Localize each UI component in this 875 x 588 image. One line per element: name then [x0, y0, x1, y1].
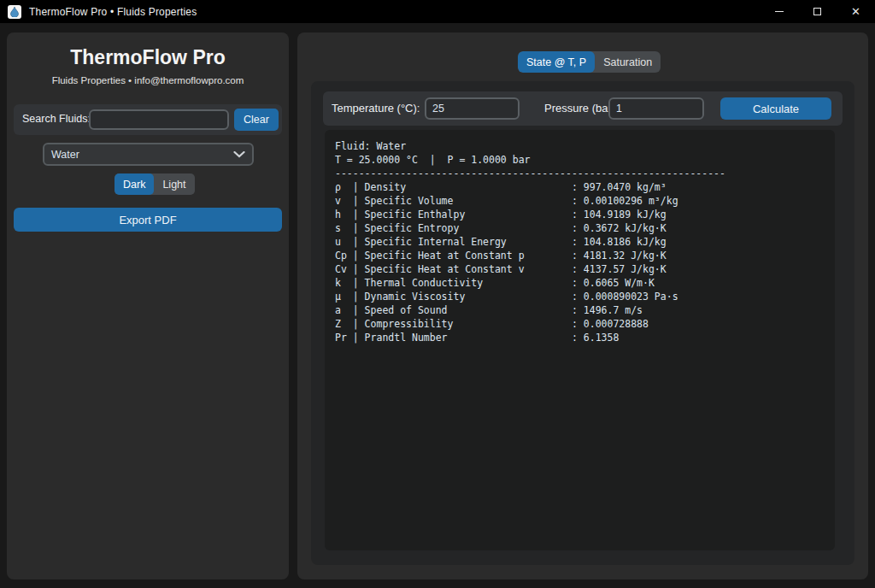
app-droplet-icon	[8, 5, 21, 19]
minimize-button[interactable]	[760, 0, 798, 23]
clear-button[interactable]: Clear	[234, 109, 279, 131]
close-button[interactable]: ✕	[837, 0, 875, 23]
sidebar: ThermoFlow Pro Fluids Properties • info@…	[7, 32, 289, 579]
app-subtitle: Fluids Properties • info@thermoflowpro.c…	[7, 75, 289, 85]
pressure-input[interactable]	[608, 97, 704, 120]
tab-bar: State @ T, P Saturation	[518, 51, 661, 73]
window-controls: ✕	[760, 0, 875, 23]
window-title: ThermoFlow Pro • Fluids Properties	[29, 6, 197, 18]
chevron-down-icon	[233, 151, 245, 158]
temperature-input[interactable]	[425, 97, 520, 120]
theme-toggle: Dark Light	[115, 173, 195, 195]
main-panel: State @ T, P Saturation Temperature (°C)…	[297, 32, 868, 579]
results-text: Fluid: Water T = 25.0000 °C | P = 1.0000…	[335, 139, 835, 344]
results-textbox[interactable]: Fluid: Water T = 25.0000 °C | P = 1.0000…	[325, 130, 835, 550]
tab-saturation[interactable]: Saturation	[595, 51, 661, 73]
calculate-button[interactable]: Calculate	[720, 97, 831, 120]
export-pdf-button[interactable]: Export PDF	[14, 208, 282, 232]
theme-toggle-light[interactable]: Light	[154, 173, 194, 195]
theme-toggle-dark[interactable]: Dark	[115, 173, 154, 195]
tab-content-card: Temperature (°C): Pressure (bar): Calcul…	[311, 81, 854, 565]
tab-state-tp[interactable]: State @ T, P	[518, 51, 595, 73]
fluid-combobox-value: Water	[51, 149, 233, 161]
app-title: ThermoFlow Pro	[7, 46, 289, 69]
fluid-combobox[interactable]: Water	[43, 143, 254, 166]
maximize-button[interactable]	[798, 0, 837, 23]
search-input[interactable]	[89, 109, 229, 130]
search-frame: Search Fluids: Clear	[14, 104, 282, 135]
temperature-label: Temperature (°C):	[332, 102, 420, 115]
pressure-label: Pressure (bar):	[544, 102, 619, 115]
state-inputs-frame: Temperature (°C): Pressure (bar): Calcul…	[323, 91, 843, 126]
search-label: Search Fluids:	[22, 113, 91, 125]
title-bar: ThermoFlow Pro • Fluids Properties ✕	[0, 0, 875, 23]
